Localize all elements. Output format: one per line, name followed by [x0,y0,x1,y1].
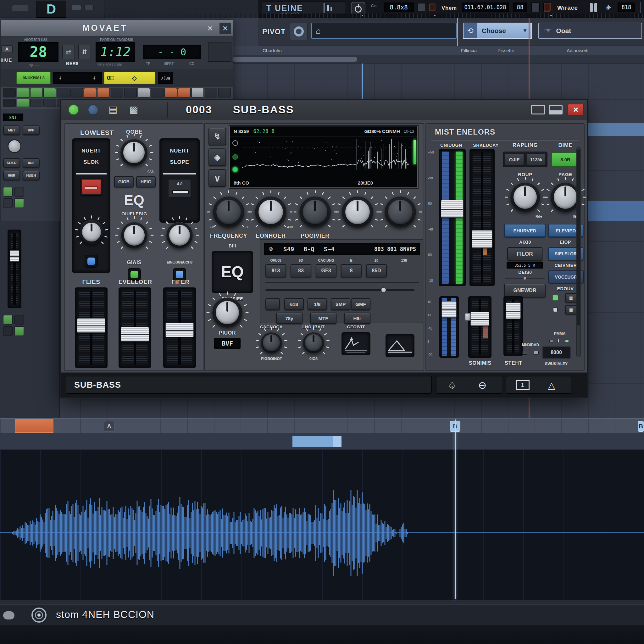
eonhoer-knob[interactable] [255,196,286,228]
ojif-button[interactable]: OJIF [504,153,524,166]
black-field[interactable]: ‡ ‡ [53,72,102,84]
mixer-cell-green[interactable] [3,315,13,325]
mn-button-1[interactable] [522,351,527,355]
metronome-icon[interactable] [531,3,540,12]
rapling-knob[interactable] [510,182,540,212]
step-cell[interactable] [57,88,69,97]
step-cell[interactable] [3,99,16,107]
envelope-fader-2[interactable] [469,149,495,286]
step-cell[interactable] [43,88,56,97]
corner-button-2[interactable] [72,5,81,10]
mode-8000-button[interactable]: 8000 [542,346,571,359]
tool-button-3[interactable]: ∨ [208,169,226,187]
step-cell[interactable] [84,88,97,97]
ooat-dropdown[interactable]: ☞ Ooat [538,23,642,39]
pogivier-knob[interactable] [299,196,331,228]
timeline-ruler[interactable]: A B B [0,418,644,433]
rail-cell-green[interactable] [3,187,13,197]
gnewdr-button[interactable]: GNEWDR [504,284,546,297]
step-cell[interactable] [43,99,56,107]
choose-dropdown[interactable]: ⟲ Choose ▼ [463,23,532,39]
lower-fader-1[interactable] [439,296,459,358]
bvf-display[interactable]: BVF [214,338,241,349]
nudge-right-button[interactable]: ⇵ [78,45,91,59]
led-square-green[interactable] [552,295,558,301]
triangle-icon[interactable]: △ [545,379,558,391]
step-cell[interactable] [164,88,177,97]
corner-button-3[interactable] [84,5,94,10]
eq-lcd-strip[interactable]: ☺ S49 B-Q S~4 803 801 8NVPS [264,243,420,255]
bime-knob[interactable] [551,182,580,212]
envelope-button[interactable] [341,332,370,355]
pm-dot-3[interactable] [565,340,569,343]
eq-big-button[interactable]: EQ [212,251,253,293]
evelloer-fader[interactable] [119,287,151,368]
plugin-menu-icon[interactable]: ▩ [129,104,138,115]
mixer-cell[interactable] [14,315,24,325]
lower-fader3-cap[interactable] [506,303,521,319]
corner-mini-button[interactable]: A [1,45,13,53]
typing-keyboard-icon[interactable] [543,3,551,12]
heig-button[interactable]: HEIG [136,176,156,187]
pm-dot-2[interactable] [558,339,559,343]
filor-button[interactable]: FILOR [507,247,542,261]
step-cell[interactable] [17,88,29,97]
tempo-display[interactable]: 8.8x8 [384,3,414,12]
piuor-knob[interactable] [212,297,242,328]
close-icon-2[interactable]: × [219,23,231,34]
display-led-3[interactable] [232,167,238,172]
edit-playhead[interactable] [455,419,456,599]
grid-button-gmf[interactable]: GMF [351,298,370,310]
marker-spade-icon[interactable]: ♤ [446,379,458,391]
slope-button[interactable]: 4.8 [168,179,192,198]
preset-name-bar[interactable]: SUB-BASS [66,376,432,394]
mini-icon-button-1[interactable]: ▤ [565,293,577,303]
colB-knob-top[interactable] [120,139,147,166]
rail-button-met[interactable]: MET [3,125,20,135]
lno-knob[interactable] [303,332,324,353]
band-button-3[interactable]: GF3 [316,264,336,277]
rail-cell-green-2[interactable] [14,198,24,208]
step-cell[interactable] [3,88,16,97]
clip-blue-2[interactable] [588,201,644,221]
panel-scrollbar[interactable] [576,147,581,357]
pm-dot-1[interactable] [549,340,553,343]
mixer-cell[interactable] [3,326,13,336]
cagnoga-knob[interactable] [261,332,282,353]
step-cell[interactable] [151,88,164,97]
ehurved-button[interactable]: EHURVED [504,224,546,237]
rail-knob[interactable] [8,139,21,153]
lower-fader-2[interactable] [468,296,491,358]
grid-icon[interactable] [418,3,426,11]
bime-green-button[interactable]: 8.0R [551,152,580,167]
grid-button-618[interactable]: 618 [284,298,304,310]
display1-value[interactable]: 28 [18,42,58,62]
band-button-5[interactable]: 85D [366,264,387,277]
marker-line-green[interactable] [457,18,458,46]
frame-one-icon[interactable]: 1 [516,380,530,390]
presets-icon[interactable]: ▤ [108,104,117,115]
movaet-titlebar[interactable]: MOVAET × × [1,20,233,36]
pattern-green-button[interactable]: 0NUKI9I81 8 [16,72,51,84]
step-cell[interactable] [218,88,231,97]
step-cell[interactable] [138,88,150,97]
rail-button-hueh[interactable]: HUEH [23,171,40,180]
pause-icon-bar2[interactable] [594,3,597,12]
step-cell[interactable] [178,88,191,97]
step-cell[interactable] [124,88,137,97]
step-cell[interactable] [30,99,43,107]
mixer-fader-cap[interactable] [10,250,19,262]
step-cell[interactable] [30,88,43,97]
colB-knob-bottom[interactable] [121,222,147,248]
app-logo[interactable]: D [36,1,66,18]
led-square-gray[interactable] [553,308,558,312]
loop-icon[interactable]: ◈ [606,3,611,11]
selection-segment-bright[interactable] [333,436,341,447]
colA-toggle-blue[interactable] [85,255,98,268]
flies-fader-cap[interactable] [77,318,105,333]
step-cell[interactable] [205,88,217,97]
timecode-display[interactable]: 011.67.01.028 [462,3,509,12]
pattern-display[interactable]: 818 [618,3,635,12]
enable-led-green[interactable] [68,104,79,115]
record-icon[interactable] [429,3,436,11]
